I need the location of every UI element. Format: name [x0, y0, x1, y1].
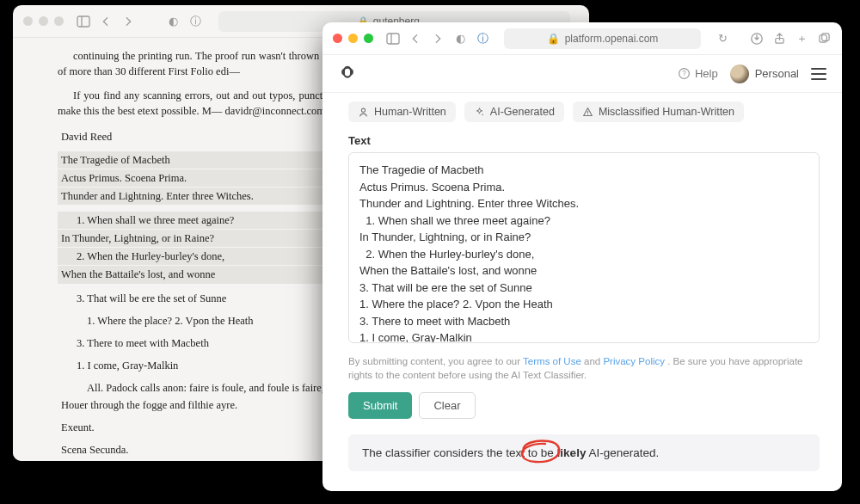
- back-nav-icon[interactable]: [408, 31, 423, 46]
- reader-icon[interactable]: ◐: [165, 14, 181, 29]
- chip-label: Human-Written: [374, 106, 446, 118]
- result-pre: The classifier considers the text to be: [362, 446, 557, 459]
- forward-nav-icon[interactable]: [120, 14, 136, 29]
- svg-text:?: ?: [682, 69, 686, 77]
- svg-point-10: [361, 108, 365, 112]
- sidebar-icon[interactable]: [76, 14, 91, 29]
- avatar: [730, 65, 749, 83]
- traffic-dot-inactive: [39, 16, 48, 26]
- submit-button[interactable]: Submit: [348, 392, 412, 419]
- back-nav-icon[interactable]: [98, 14, 114, 29]
- tabs-icon[interactable]: [816, 31, 832, 46]
- traffic-dot-inactive: [54, 16, 64, 26]
- example-chips-row: Human-WrittenAI-GeneratedMisclassified H…: [348, 101, 820, 122]
- account-label: Personal: [755, 67, 799, 80]
- chip-label: Misclassified Human-Written: [599, 106, 734, 118]
- result-post: AI-generated.: [586, 446, 659, 459]
- app-header: ? Help Personal: [322, 55, 842, 93]
- chip-label: AI-Generated: [490, 106, 555, 118]
- front-url-bar[interactable]: 🔒 platform.openai.com: [504, 28, 701, 49]
- new-tab-icon[interactable]: ＋: [794, 31, 809, 46]
- menu-icon[interactable]: [811, 68, 826, 80]
- forward-nav-icon[interactable]: [430, 31, 445, 46]
- reader-icon[interactable]: ◐: [452, 31, 468, 46]
- disclaimer-text: By submitting content, you agree to our …: [348, 354, 820, 382]
- svg-rect-2: [387, 34, 399, 44]
- button-row: Submit Clear: [348, 392, 820, 419]
- example-chip[interactable]: AI-Generated: [464, 101, 564, 122]
- text-field-label: Text: [348, 134, 820, 147]
- result-word: likely: [557, 446, 587, 459]
- back-traffic-lights: [23, 16, 64, 26]
- warn-icon: [582, 107, 593, 118]
- openai-logo-icon[interactable]: [338, 65, 357, 83]
- example-chip[interactable]: Misclassified Human-Written: [573, 101, 744, 122]
- user-icon: [358, 107, 369, 118]
- help-label: Help: [695, 67, 718, 80]
- terms-link[interactable]: Terms of Use: [523, 356, 581, 366]
- traffic-dot-inactive: [23, 16, 33, 26]
- reload-icon[interactable]: ↻: [715, 31, 730, 46]
- front-titlebar: ◐ ⓘ 🔒 platform.openai.com ↻ ＋: [322, 22, 842, 55]
- privacy-icon[interactable]: ⓘ: [475, 31, 490, 46]
- privacy-link[interactable]: Privacy Policy: [603, 356, 665, 366]
- disclaimer-pre: By submitting content, you agree to our: [348, 356, 523, 366]
- close-dot[interactable]: [333, 34, 342, 43]
- download-icon[interactable]: [749, 31, 765, 46]
- svg-point-11: [482, 114, 483, 115]
- minimize-dot[interactable]: [348, 34, 358, 43]
- front-traffic-lights[interactable]: [333, 34, 373, 43]
- clear-button[interactable]: Clear: [419, 392, 475, 419]
- foreground-browser-window: ◐ ⓘ 🔒 platform.openai.com ↻ ＋ ? Help: [322, 22, 842, 491]
- zoom-dot[interactable]: [364, 34, 373, 43]
- example-chip[interactable]: Human-Written: [348, 101, 456, 122]
- svg-point-13: [587, 114, 588, 114]
- result-banner: The classifier considers the text to be …: [348, 434, 820, 471]
- help-icon: ?: [678, 67, 691, 80]
- share-icon[interactable]: [771, 31, 787, 46]
- info-icon[interactable]: ⓘ: [187, 14, 203, 29]
- app-header-right: ? Help Personal: [678, 65, 826, 83]
- text-input[interactable]: [348, 152, 820, 343]
- lock-icon: 🔒: [547, 33, 560, 45]
- help-link[interactable]: ? Help: [678, 67, 718, 80]
- account-switcher[interactable]: Personal: [730, 65, 799, 83]
- sidebar-icon[interactable]: [385, 31, 401, 46]
- disclaimer-and: and: [584, 356, 603, 366]
- sparkle-icon: [474, 107, 485, 118]
- svg-rect-0: [77, 16, 89, 27]
- page-content: Human-WrittenAI-GeneratedMisclassified H…: [322, 93, 842, 491]
- front-url-text: platform.openai.com: [565, 33, 659, 45]
